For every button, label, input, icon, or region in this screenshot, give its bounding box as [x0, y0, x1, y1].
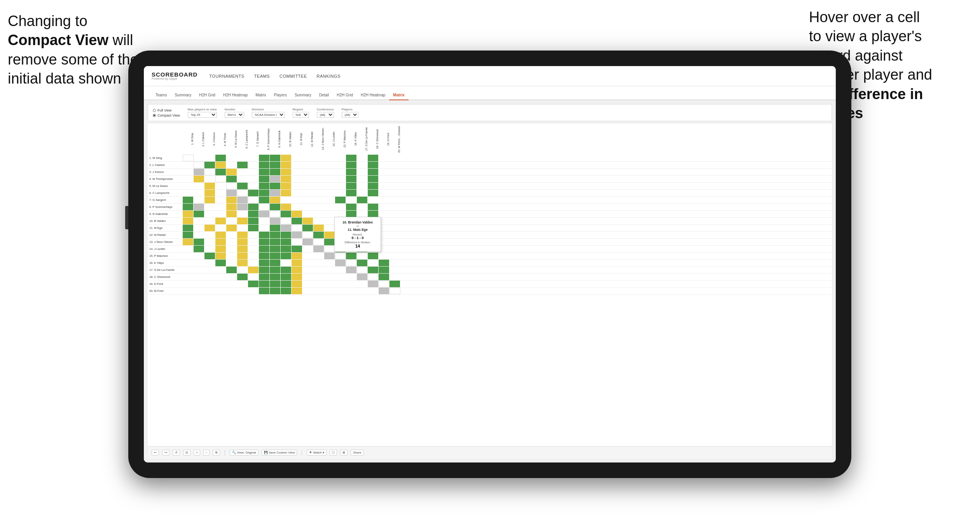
matrix-cell[interactable]: [324, 225, 335, 231]
matrix-cell[interactable]: [215, 190, 226, 196]
matrix-cell[interactable]: [226, 162, 237, 168]
matrix-cell[interactable]: [204, 288, 215, 294]
matrix-cell[interactable]: [259, 253, 270, 259]
matrix-cell[interactable]: [281, 190, 292, 196]
matrix-cell[interactable]: [270, 246, 281, 252]
matrix-cell[interactable]: [357, 211, 368, 217]
matrix-cell[interactable]: [324, 232, 335, 238]
matrix-cell[interactable]: [226, 260, 237, 266]
matrix-cell[interactable]: [368, 274, 379, 280]
matrix-cell[interactable]: [270, 162, 281, 168]
matrix-cell[interactable]: [324, 267, 335, 273]
matrix-cell[interactable]: [270, 197, 281, 203]
matrix-cell[interactable]: [183, 225, 194, 231]
matrix-cell[interactable]: [281, 232, 292, 238]
matrix-cell[interactable]: [270, 239, 281, 245]
matrix-cell[interactable]: [183, 246, 194, 252]
matrix-cell[interactable]: [390, 267, 400, 273]
matrix-cell[interactable]: [346, 162, 357, 168]
matrix-cell[interactable]: [183, 162, 194, 168]
matrix-cell[interactable]: [324, 190, 335, 196]
matrix-cell[interactable]: [368, 183, 379, 189]
matrix-cell[interactable]: [346, 288, 357, 294]
matrix-cell[interactable]: [248, 239, 259, 245]
matrix-cell[interactable]: [281, 183, 292, 189]
matrix-cell[interactable]: [226, 218, 237, 224]
matrix-cell[interactable]: [204, 218, 215, 224]
matrix-cell[interactable]: [226, 190, 237, 196]
nav-teams[interactable]: TEAMS: [254, 74, 270, 79]
matrix-cell[interactable]: [302, 155, 313, 161]
matrix-cell[interactable]: [237, 239, 248, 245]
matrix-cell[interactable]: [357, 274, 368, 280]
matrix-cell[interactable]: [302, 162, 313, 168]
matrix-cell[interactable]: [270, 267, 281, 273]
matrix-cell[interactable]: [324, 253, 335, 259]
matrix-cell[interactable]: [390, 281, 400, 287]
matrix-cell[interactable]: [379, 155, 390, 161]
matrix-cell[interactable]: [368, 176, 379, 182]
matrix-cell[interactable]: [335, 197, 346, 203]
matrix-cell[interactable]: [302, 190, 313, 196]
matrix-cell[interactable]: [281, 267, 292, 273]
matrix-cell[interactable]: [368, 197, 379, 203]
matrix-cell[interactable]: [324, 274, 335, 280]
matrix-cell[interactable]: [183, 169, 194, 175]
matrix-cell[interactable]: [226, 246, 237, 252]
matrix-cell[interactable]: [215, 162, 226, 168]
matrix-cell[interactable]: [292, 183, 302, 189]
matrix-cell[interactable]: [194, 253, 204, 259]
matrix-cell[interactable]: [248, 204, 259, 210]
matrix-cell[interactable]: [281, 176, 292, 182]
matrix-cell[interactable]: [215, 197, 226, 203]
matrix-cell[interactable]: [357, 183, 368, 189]
matrix-cell[interactable]: [259, 211, 270, 217]
matrix-cell[interactable]: [379, 211, 390, 217]
matrix-cell[interactable]: [335, 211, 346, 217]
matrix-cell[interactable]: [292, 267, 302, 273]
matrix-cell[interactable]: [237, 288, 248, 294]
matrix-cell[interactable]: [215, 204, 226, 210]
matrix-cell[interactable]: [302, 225, 313, 231]
matrix-cell[interactable]: [215, 176, 226, 182]
region-select[interactable]: N/A: [293, 112, 309, 118]
matrix-cell[interactable]: [335, 204, 346, 210]
matrix-cell[interactable]: [226, 169, 237, 175]
matrix-cell[interactable]: [346, 211, 357, 217]
matrix-cell[interactable]: [313, 274, 324, 280]
matrix-cell[interactable]: [390, 169, 400, 175]
matrix-cell[interactable]: [313, 190, 324, 196]
redo1-button[interactable]: ↪: [162, 450, 169, 455]
matrix-cell[interactable]: [215, 183, 226, 189]
matrix-cell[interactable]: [302, 274, 313, 280]
matrix-cell[interactable]: [281, 204, 292, 210]
matrix-cell[interactable]: [204, 246, 215, 252]
matrix-cell[interactable]: [292, 239, 302, 245]
matrix-cell[interactable]: [259, 232, 270, 238]
settings-button[interactable]: ⚙: [213, 450, 220, 455]
matrix-cell[interactable]: [270, 211, 281, 217]
full-view-option[interactable]: Full View: [153, 108, 180, 112]
matrix-cell[interactable]: [183, 274, 194, 280]
matrix-cell[interactable]: [324, 155, 335, 161]
matrix-cell[interactable]: [248, 253, 259, 259]
matrix-cell[interactable]: [302, 232, 313, 238]
matrix-cell[interactable]: [346, 190, 357, 196]
matrix-cell[interactable]: [292, 253, 302, 259]
matrix-cell[interactable]: [324, 204, 335, 210]
matrix-cell[interactable]: [324, 176, 335, 182]
nav-tournaments[interactable]: TOURNAMENTS: [209, 74, 244, 79]
matrix-cell[interactable]: [313, 197, 324, 203]
matrix-cell[interactable]: [324, 169, 335, 175]
matrix-cell[interactable]: [259, 288, 270, 294]
matrix-cell[interactable]: [357, 260, 368, 266]
matrix-cell[interactable]: [313, 218, 324, 224]
tab-h2h-heatmap[interactable]: H2H Heatmap: [219, 91, 252, 100]
matrix-cell[interactable]: [226, 204, 237, 210]
matrix-cell[interactable]: [194, 246, 204, 252]
nav-rankings[interactable]: RANKINGS: [317, 74, 341, 79]
matrix-cell[interactable]: [259, 267, 270, 273]
matrix-cell[interactable]: [215, 218, 226, 224]
matrix-cell[interactable]: [335, 176, 346, 182]
matrix-cell[interactable]: [368, 288, 379, 294]
